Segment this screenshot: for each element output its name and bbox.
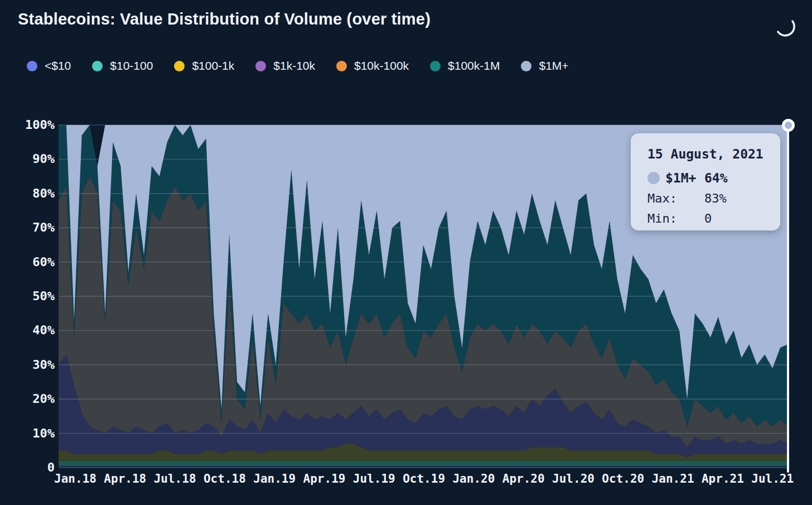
legend-label: $1M+: [539, 59, 568, 73]
loading-spinner-icon: [773, 13, 798, 38]
legend-swatch-icon: [255, 61, 266, 71]
x-tick-label: Apr.18: [104, 472, 146, 485]
legend-item-$1M+[interactable]: $1M+: [521, 59, 568, 73]
tooltip-min-label: Min:: [647, 211, 687, 225]
y-tick-label: 0: [0, 460, 55, 475]
y-tick-label: 100%: [0, 118, 55, 132]
x-tick-label: Oct.20: [602, 472, 644, 485]
tooltip-min-value: 0: [704, 211, 712, 225]
x-tick-label: Jan.20: [452, 472, 495, 485]
y-tick-label: 80%: [0, 186, 55, 201]
legend-label: $10k-100k: [354, 59, 409, 73]
chart-tooltip: 15 August, 2021 $1M+ 64% Max: 83% Min: 0: [631, 133, 780, 230]
x-tick-label: Jan.21: [652, 472, 694, 485]
x-tick-label: Oct.19: [403, 472, 445, 485]
tooltip-date: 15 August, 2021: [647, 147, 780, 161]
y-tick-label: 40%: [0, 323, 55, 338]
tooltip-series-value: 64%: [704, 171, 728, 185]
legend-label: <$10: [45, 59, 71, 73]
legend-item-$100-1k[interactable]: $100-1k: [174, 59, 234, 73]
x-tick-label: Jul.19: [353, 472, 395, 485]
y-tick-label: 20%: [0, 392, 55, 406]
crosshair-point-marker: [782, 119, 795, 132]
series-swatch-icon: [647, 172, 660, 184]
area-series-$10-100: [59, 461, 788, 466]
legend-item-$1k-10k[interactable]: $1k-10k: [255, 59, 315, 73]
y-tick-label: 50%: [0, 289, 55, 304]
legend-item-<$10[interactable]: <$10: [27, 59, 71, 73]
y-tick-label: 70%: [0, 220, 55, 235]
legend-swatch-icon: [430, 61, 441, 71]
legend-swatch-icon: [92, 61, 103, 71]
crosshair-line: [787, 121, 789, 473]
legend-swatch-icon: [336, 61, 347, 71]
y-tick-label: 10%: [0, 426, 55, 441]
y-tick-label: 90%: [0, 152, 55, 166]
x-tick-label: Jan.18: [54, 472, 96, 485]
y-tick-label: 60%: [0, 255, 55, 270]
x-tick-label: Jul.21: [751, 472, 794, 485]
legend-swatch-icon: [27, 61, 37, 71]
legend-item-$10-100[interactable]: $10-100: [92, 59, 153, 73]
x-tick-label: Jul.20: [552, 472, 594, 485]
x-tick-label: Apr.19: [303, 472, 346, 485]
x-tick-label: Jul.18: [154, 472, 196, 485]
chart-legend: <$10$10-100$100-1k$1k-10k$10k-100k$100k-…: [27, 59, 590, 73]
tooltip-max-label: Max:: [647, 191, 687, 205]
tooltip-max-row: Max: 83%: [647, 188, 780, 208]
x-tick-label: Jan.19: [253, 472, 296, 485]
tooltip-series-row: $1M+ 64%: [647, 168, 780, 188]
legend-item-$10k-100k[interactable]: $10k-100k: [336, 59, 409, 73]
tooltip-min-row: Min: 0: [647, 208, 780, 228]
legend-swatch-icon: [174, 61, 185, 71]
x-tick-label: Apr.20: [502, 472, 545, 485]
chart-title: Stablecoins: Value Distribution of Volum…: [18, 10, 431, 28]
tooltip-max-value: 83%: [704, 191, 727, 205]
legend-label: $10-100: [110, 59, 153, 73]
tooltip-series-label: $1M+: [665, 171, 696, 185]
legend-label: $1k-10k: [273, 59, 315, 73]
legend-label: $100k-1M: [448, 59, 500, 73]
legend-item-$100k-1M[interactable]: $100k-1M: [430, 59, 500, 73]
y-tick-label: 30%: [0, 358, 55, 372]
legend-label: $100-1k: [192, 59, 234, 73]
x-tick-label: Apr.21: [702, 472, 744, 485]
dashboard-page: Stablecoins: Value Distribution of Volum…: [0, 0, 812, 505]
x-tick-label: Oct.18: [204, 472, 246, 485]
legend-swatch-icon: [521, 61, 531, 71]
